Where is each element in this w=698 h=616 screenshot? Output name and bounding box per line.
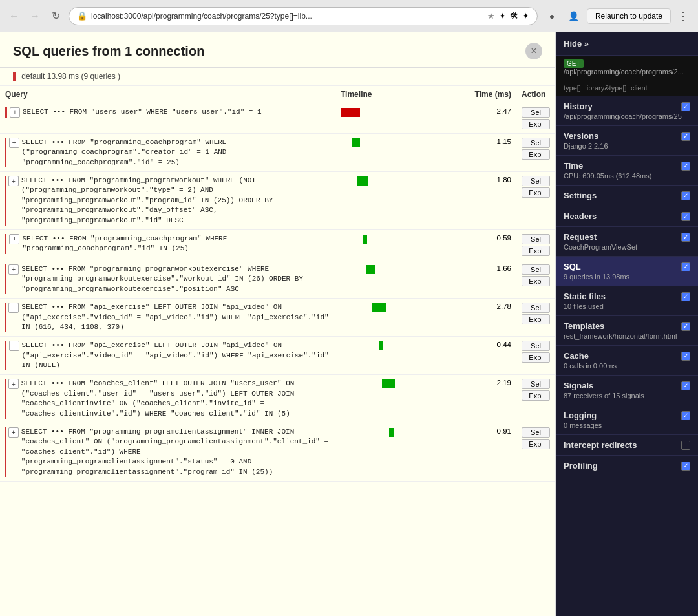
timeline-bar [379, 341, 383, 350]
active-arrow-icon: ▶ [556, 266, 556, 277]
toolbar-item-profiling[interactable]: Profiling [556, 456, 698, 476]
toolbar-item-request[interactable]: RequestCoachProgramViewSet [556, 227, 698, 257]
extension-icon-3[interactable]: ✦ [522, 11, 529, 21]
url-text[interactable]: localhost:3000/api/programming/coach/pro… [91, 12, 483, 21]
table-row: +SELECT ••• FROM "programming_programwor… [0, 172, 555, 230]
toolbar-checkbox-signals[interactable] [681, 381, 690, 390]
toolbar-checkbox-cache[interactable] [681, 352, 690, 361]
bookmark-icon[interactable]: ★ [487, 11, 495, 21]
toolbar-item-settings[interactable]: Settings [556, 186, 698, 206]
action-sel-button[interactable]: Sel [522, 427, 550, 438]
toolbar-checkbox-headers[interactable] [681, 212, 690, 221]
query-cell: +SELECT ••• FROM "programming_coachprogr… [0, 133, 335, 171]
toolbar-item-versions[interactable]: VersionsDjango 2.2.16 [556, 126, 698, 156]
browser-menu-icon[interactable]: ● [543, 7, 561, 25]
action-cell: SelExpl [516, 103, 555, 133]
browser-icons: ● 👤 Relaunch to update ⋮ [543, 6, 692, 26]
close-panel-button[interactable]: × [525, 43, 542, 59]
db-label: default 13.98 ms (9 queries ) [0, 68, 555, 86]
action-col-header: Action [516, 86, 555, 103]
toolbar-item-history[interactable]: History/api/programming/coach/programs/2… [556, 96, 698, 126]
action-cell: SelExpl [516, 375, 555, 423]
expand-query-button[interactable]: + [8, 427, 19, 438]
menu-dots-icon[interactable]: ⋮ [675, 6, 692, 26]
action-sel-button[interactable]: Sel [522, 234, 550, 244]
action-expl-button[interactable]: Expl [522, 314, 550, 324]
toolbar-item-title-templates: Templates [564, 321, 604, 331]
timeline-bar [372, 303, 386, 312]
query-marker [5, 341, 6, 370]
toolbar-checkbox-versions[interactable] [681, 132, 690, 141]
action-expl-button[interactable]: Expl [522, 352, 550, 363]
toolbar-checkbox-time[interactable] [681, 162, 690, 171]
action-sel-button[interactable]: Sel [522, 176, 550, 186]
expand-query-button[interactable]: + [8, 176, 19, 186]
expand-query-button[interactable]: + [8, 379, 19, 389]
action-expl-button[interactable]: Expl [522, 276, 550, 286]
action-expl-button[interactable]: Expl [522, 119, 550, 129]
toolbar-checkbox-sql[interactable] [681, 262, 690, 271]
query-text: SELECT ••• FROM "programming_programwork… [21, 264, 330, 294]
expand-query-button[interactable]: + [8, 264, 19, 275]
action-expl-button[interactable]: Expl [522, 390, 550, 401]
toolbar-item-value-logging: 0 messages [564, 421, 690, 429]
extension-icon-1[interactable]: ✦ [499, 11, 506, 21]
toolbar-item-signals[interactable]: Signals87 receivers of 15 signals [556, 376, 698, 405]
expand-query-button[interactable]: + [10, 107, 20, 118]
toolbar-item-time[interactable]: TimeCPU: 609.05ms (612.48ms) [556, 156, 698, 186]
query-cell: +SELECT ••• FROM "programming_programcli… [0, 423, 335, 482]
forward-button[interactable]: → [27, 8, 43, 24]
timeline-col-header: Timeline [335, 86, 465, 103]
expand-query-button[interactable]: + [9, 138, 19, 148]
action-sel-button[interactable]: Sel [522, 264, 550, 275]
toolbar-item-title-time: Time [564, 161, 583, 171]
query-cell: +SELECT ••• FROM "api_exercise" LEFT OUT… [0, 337, 335, 375]
toolbar-item-static-files[interactable]: Static files10 files used [556, 286, 698, 316]
action-expl-button[interactable]: Expl [522, 187, 550, 198]
action-expl-button[interactable]: Expl [522, 246, 550, 256]
toolbar-item-sql[interactable]: ▶SQL9 queries in 13.98ms [556, 257, 698, 286]
timeline-bar-container [341, 138, 457, 148]
toolbar-item-cache[interactable]: Cache0 calls in 0.00ms [556, 346, 698, 376]
toolbar-item-title-profiling: Profiling [564, 461, 598, 471]
relaunch-button[interactable]: Relaunch to update [587, 8, 671, 24]
refresh-button[interactable]: ↻ [48, 8, 63, 24]
toolbar-checkbox-intercept-redirects[interactable] [681, 441, 690, 450]
toolbar-checkbox-logging[interactable] [681, 411, 690, 420]
toolbar-checkbox-history[interactable] [681, 102, 690, 111]
expand-query-button[interactable]: + [9, 234, 19, 244]
toolbar-item-title-static-files: Static files [564, 292, 606, 301]
action-sel-button[interactable]: Sel [522, 341, 550, 351]
profile-icon[interactable]: 👤 [565, 7, 583, 25]
action-expl-button[interactable]: Expl [522, 439, 550, 449]
toolbar-checkbox-settings[interactable] [681, 191, 690, 200]
toolbar-item-headers[interactable]: Headers [556, 206, 698, 227]
table-row: +SELECT ••• FROM "programming_programwor… [0, 260, 555, 298]
toolbar-item-templates[interactable]: Templatesrest_framework/horizontal/form.… [556, 316, 698, 346]
timeline-bar [352, 138, 360, 147]
toolbar-checkbox-profiling[interactable] [681, 462, 690, 471]
hide-toolbar-button[interactable]: Hide » [556, 32, 698, 56]
query-cell: +SELECT ••• FROM "users_user" WHERE "use… [0, 103, 335, 133]
action-cell: SelExpl [516, 260, 555, 298]
toolbar-checkbox-static-files[interactable] [681, 292, 690, 301]
action-sel-button[interactable]: Sel [522, 303, 550, 313]
action-sel-button[interactable]: Sel [522, 379, 550, 389]
query-marker [5, 176, 6, 226]
url-params-bar: type[]=library&type[]=client [556, 80, 698, 96]
toolbar-item-intercept-redirects[interactable]: Intercept redirects [556, 435, 698, 456]
timeline-bar-container [341, 379, 457, 389]
toolbar-item-logging[interactable]: Logging0 messages [556, 405, 698, 435]
action-sel-button[interactable]: Sel [522, 138, 550, 148]
expand-query-button[interactable]: + [8, 303, 19, 313]
timeline-bar-container [341, 303, 457, 313]
expand-query-button[interactable]: + [9, 341, 19, 351]
extension-icon-2[interactable]: 🛠 [510, 11, 518, 21]
toolbar-checkbox-request[interactable] [681, 233, 690, 242]
action-expl-button[interactable]: Expl [522, 149, 550, 160]
action-sel-button[interactable]: Sel [522, 107, 550, 118]
timeline-cell [335, 103, 465, 133]
toolbar-checkbox-templates[interactable] [681, 322, 690, 331]
timeline-bar [341, 108, 360, 117]
back-button[interactable]: ← [6, 8, 22, 24]
